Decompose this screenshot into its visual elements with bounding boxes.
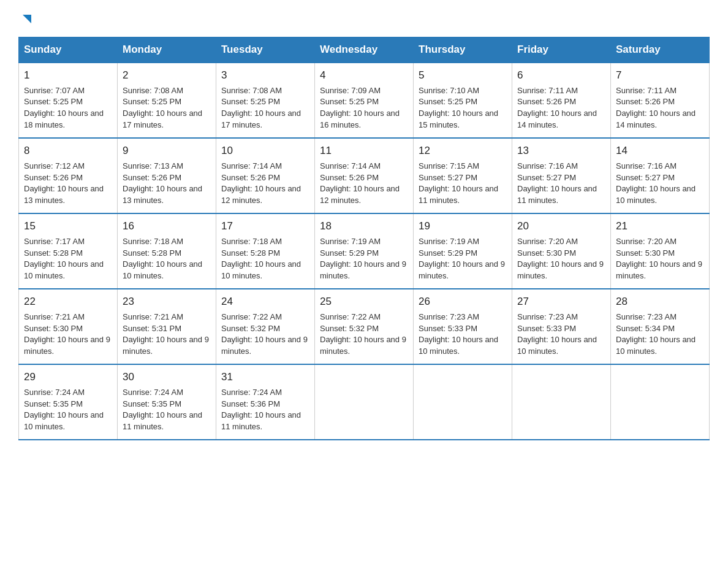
day-number: 20 [517,219,605,234]
calendar-cell [611,364,710,440]
calendar-cell: 13 Sunrise: 7:16 AM Sunset: 5:27 PM Dayl… [512,138,611,213]
sunrise-label: Sunrise: 7:23 AM [517,312,578,321]
sunrise-label: Sunrise: 7:08 AM [221,86,282,95]
sunrise-label: Sunrise: 7:16 AM [517,161,578,170]
sunrise-label: Sunrise: 7:18 AM [123,237,183,246]
sunset-label: Sunset: 5:26 PM [221,173,280,182]
day-number: 22 [24,294,112,310]
day-info: Sunrise: 7:24 AM Sunset: 5:35 PM Dayligh… [24,387,112,433]
day-number: 21 [616,219,704,234]
daylight-label: Daylight: 10 hours and 15 minutes. [419,109,498,129]
calendar-cell: 20 Sunrise: 7:20 AM Sunset: 5:30 PM Dayl… [512,213,611,289]
daylight-label: Daylight: 10 hours and 11 minutes. [419,184,498,205]
day-number: 23 [123,294,211,310]
sunrise-label: Sunrise: 7:10 AM [419,86,479,95]
sunset-label: Sunset: 5:35 PM [123,399,181,408]
sunset-label: Sunset: 5:36 PM [221,399,280,408]
calendar-cell: 14 Sunrise: 7:16 AM Sunset: 5:27 PM Dayl… [611,138,710,213]
sunset-label: Sunset: 5:27 PM [517,173,576,182]
calendar-cell: 2 Sunrise: 7:08 AM Sunset: 5:25 PM Dayli… [118,63,216,138]
header-saturday: Saturday [611,37,710,63]
sunrise-label: Sunrise: 7:08 AM [123,86,183,95]
daylight-label: Daylight: 10 hours and 17 minutes. [123,109,202,129]
calendar-cell: 3 Sunrise: 7:08 AM Sunset: 5:25 PM Dayli… [216,63,315,138]
calendar-cell: 11 Sunrise: 7:14 AM Sunset: 5:26 PM Dayl… [315,138,414,213]
day-number: 18 [320,219,408,234]
daylight-label: Daylight: 10 hours and 11 minutes. [517,184,597,205]
sunset-label: Sunset: 5:31 PM [123,324,181,333]
sunrise-label: Sunrise: 7:20 AM [616,237,677,246]
sunset-label: Sunset: 5:26 PM [123,173,181,182]
day-info: Sunrise: 7:22 AM Sunset: 5:32 PM Dayligh… [320,312,408,358]
sunset-label: Sunset: 5:30 PM [616,248,675,258]
day-number: 3 [221,68,309,83]
daylight-label: Daylight: 10 hours and 9 minutes. [419,259,505,280]
daylight-label: Daylight: 10 hours and 9 minutes. [123,335,209,356]
sunrise-label: Sunrise: 7:17 AM [24,237,85,246]
sunrise-label: Sunrise: 7:21 AM [123,312,183,321]
sunset-label: Sunset: 5:27 PM [419,173,477,182]
sunset-label: Sunset: 5:35 PM [24,399,83,408]
daylight-label: Daylight: 10 hours and 12 minutes. [221,184,301,205]
page-header [18,12,710,26]
sunset-label: Sunset: 5:26 PM [517,97,576,106]
calendar-cell [315,364,414,440]
daylight-label: Daylight: 10 hours and 9 minutes. [24,335,110,356]
day-info: Sunrise: 7:11 AM Sunset: 5:26 PM Dayligh… [616,85,704,131]
daylight-label: Daylight: 10 hours and 9 minutes. [517,259,604,280]
day-info: Sunrise: 7:22 AM Sunset: 5:32 PM Dayligh… [221,312,309,358]
sunset-label: Sunset: 5:30 PM [517,248,576,258]
day-info: Sunrise: 7:21 AM Sunset: 5:31 PM Dayligh… [123,312,211,358]
logo [18,12,34,26]
sunset-label: Sunset: 5:25 PM [419,97,477,106]
day-info: Sunrise: 7:19 AM Sunset: 5:29 PM Dayligh… [419,236,507,282]
header-monday: Monday [118,37,216,63]
calendar-cell: 24 Sunrise: 7:22 AM Sunset: 5:32 PM Dayl… [216,289,315,364]
logo-triangle-icon [20,12,34,26]
day-number: 29 [24,370,112,385]
calendar-cell: 31 Sunrise: 7:24 AM Sunset: 5:36 PM Dayl… [216,364,315,440]
calendar-week-row: 8 Sunrise: 7:12 AM Sunset: 5:26 PM Dayli… [19,138,710,213]
sunrise-label: Sunrise: 7:18 AM [221,237,282,246]
sunset-label: Sunset: 5:33 PM [419,324,477,333]
header-wednesday: Wednesday [315,37,414,63]
sunset-label: Sunset: 5:26 PM [320,173,379,182]
sunrise-label: Sunrise: 7:24 AM [221,388,282,397]
sunrise-label: Sunrise: 7:11 AM [616,86,677,95]
sunset-label: Sunset: 5:30 PM [24,324,83,333]
calendar-week-row: 1 Sunrise: 7:07 AM Sunset: 5:25 PM Dayli… [19,63,710,138]
calendar-cell: 9 Sunrise: 7:13 AM Sunset: 5:26 PM Dayli… [118,138,216,213]
sunrise-label: Sunrise: 7:11 AM [517,86,578,95]
day-info: Sunrise: 7:09 AM Sunset: 5:25 PM Dayligh… [320,85,408,131]
sunset-label: Sunset: 5:27 PM [616,173,675,182]
calendar-cell [414,364,512,440]
sunrise-label: Sunrise: 7:24 AM [123,388,183,397]
header-sunday: Sunday [19,37,118,63]
day-number: 14 [616,144,704,159]
calendar-cell: 18 Sunrise: 7:19 AM Sunset: 5:29 PM Dayl… [315,213,414,289]
sunset-label: Sunset: 5:25 PM [123,97,181,106]
calendar-cell: 28 Sunrise: 7:23 AM Sunset: 5:34 PM Dayl… [611,289,710,364]
day-info: Sunrise: 7:18 AM Sunset: 5:28 PM Dayligh… [123,236,211,282]
daylight-label: Daylight: 10 hours and 10 minutes. [616,184,696,205]
header-friday: Friday [512,37,611,63]
daylight-label: Daylight: 10 hours and 10 minutes. [24,410,104,431]
daylight-label: Daylight: 10 hours and 14 minutes. [616,109,696,129]
day-info: Sunrise: 7:21 AM Sunset: 5:30 PM Dayligh… [24,312,112,358]
day-info: Sunrise: 7:23 AM Sunset: 5:34 PM Dayligh… [616,312,704,358]
sunrise-label: Sunrise: 7:19 AM [320,237,381,246]
calendar-cell: 7 Sunrise: 7:11 AM Sunset: 5:26 PM Dayli… [611,63,710,138]
daylight-label: Daylight: 10 hours and 9 minutes. [221,335,308,356]
daylight-label: Daylight: 10 hours and 9 minutes. [320,259,406,280]
sunrise-label: Sunrise: 7:23 AM [616,312,677,321]
day-number: 8 [24,144,112,159]
day-info: Sunrise: 7:14 AM Sunset: 5:26 PM Dayligh… [221,161,309,207]
calendar-cell: 15 Sunrise: 7:17 AM Sunset: 5:28 PM Dayl… [19,213,118,289]
sunrise-label: Sunrise: 7:22 AM [221,312,282,321]
sunrise-label: Sunrise: 7:07 AM [24,86,85,95]
day-number: 15 [24,219,112,234]
daylight-label: Daylight: 10 hours and 10 minutes. [419,335,498,356]
header-tuesday: Tuesday [216,37,315,63]
sunrise-label: Sunrise: 7:14 AM [320,161,381,170]
day-info: Sunrise: 7:19 AM Sunset: 5:29 PM Dayligh… [320,236,408,282]
